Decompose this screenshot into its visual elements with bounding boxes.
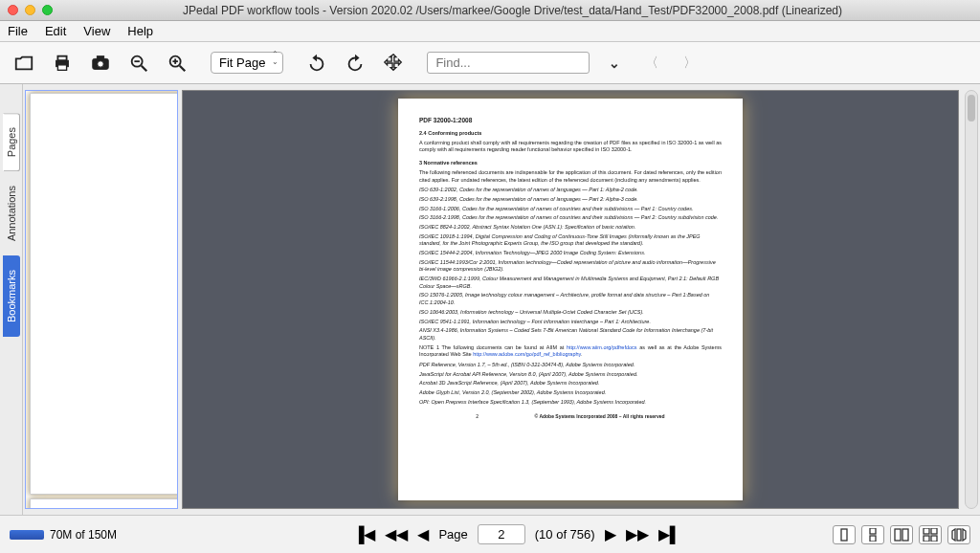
doc-header: PDF 32000-1:2008 — [419, 116, 722, 124]
minimize-window-button[interactable] — [25, 5, 35, 15]
page-number-input[interactable] — [478, 524, 525, 544]
reference-entry: ISO 639-1:2002, Codes for the representa… — [419, 187, 722, 194]
menu-bar: File Edit View Help — [0, 21, 980, 42]
tab-bookmarks[interactable]: Bookmarks — [3, 255, 20, 337]
reference-entry: IEC/3WD 61966-2.1:1999, Colour Measureme… — [419, 276, 722, 290]
svg-point-4 — [98, 60, 103, 66]
reference-entry: ISO/IEC 15444-2:2004, Information Techno… — [419, 250, 722, 257]
reference-entry: ISO/IEC 11544:1993/Cor 2:2001, Informati… — [419, 259, 722, 274]
bookmark-item[interactable]: Document manage — [26, 91, 177, 497]
reference-entry: ISO 639-2:1998, Codes for the representa… — [419, 196, 722, 204]
zoom-in-button[interactable] — [165, 51, 189, 76]
reference-entry: Adobe Glyph List, Version 2.0, (Septembe… — [419, 389, 722, 397]
reference-entry: PDF Reference, Version 1.7, – 5th ed., (… — [419, 362, 722, 369]
svg-line-7 — [142, 65, 147, 71]
find-input[interactable] — [427, 52, 590, 74]
svg-rect-13 — [841, 529, 847, 541]
close-window-button[interactable] — [8, 5, 18, 15]
svg-rect-16 — [895, 529, 901, 541]
reference-entry: ISO 15076-1:2005, Image technology colou… — [419, 292, 722, 306]
reference-entry: ISO/IEC 9541-1:1991, Information technol… — [419, 319, 722, 326]
find-prev-button[interactable]: 〈 — [639, 55, 664, 72]
zoom-window-button[interactable] — [42, 5, 53, 15]
vertical-scrollbar[interactable] — [965, 90, 978, 509]
menu-help[interactable]: Help — [127, 24, 153, 38]
svg-rect-18 — [924, 528, 929, 534]
document-viewer[interactable]: PDF 32000-1:2008 2.4 Conforming products… — [182, 90, 959, 509]
page-footer: 2 © Adobe Systems Incorporated 2008 – Al… — [419, 413, 722, 420]
reference-entry: ANSI X3.4-1986, Information Systems – Co… — [419, 327, 722, 342]
pageflow-view-button[interactable] — [947, 525, 970, 544]
facing-view-button[interactable] — [890, 525, 913, 544]
snapshot-button[interactable] — [88, 51, 113, 76]
svg-rect-5 — [97, 55, 103, 59]
window-title: JPedal PDF workflow tools - Version 2020… — [53, 4, 972, 17]
find-dropdown-icon[interactable]: ⌄ — [603, 55, 626, 71]
tab-pages[interactable]: Pages — [3, 113, 20, 171]
reference-entry: ISO 10646:2003, Information technology –… — [419, 309, 722, 317]
zoom-out-button[interactable] — [126, 51, 151, 76]
next-page-button[interactable]: ▶ — [605, 525, 616, 543]
menu-edit[interactable]: Edit — [45, 24, 66, 38]
memory-text: 70M of 150M — [50, 528, 117, 542]
prev-page-button[interactable]: ◀ — [417, 525, 429, 543]
toolbar: Fit Page ⌄ 〈 〉 — [0, 42, 980, 84]
forward-button[interactable]: ▶▶ — [626, 525, 649, 543]
side-tabs: Pages Annotations Bookmarks — [0, 84, 23, 515]
reference-entry: ISO/IEC 10918-1:1994, Digital Compressio… — [419, 233, 722, 248]
reference-entry: ISO/IEC 8824-1:2002, Abstract Syntax Not… — [419, 224, 722, 232]
view-mode-buttons — [833, 525, 970, 544]
bookmarks-panel: Document manageContents PageForewordIntr… — [25, 90, 178, 509]
svg-rect-21 — [931, 536, 937, 542]
page-icon — [30, 93, 177, 495]
status-bar: 70M of 150M ▐◀ ◀◀ ◀ Page (10 of 756) ▶ ▶… — [0, 515, 980, 553]
memory-bar — [10, 530, 44, 540]
svg-rect-17 — [902, 529, 908, 541]
page-content: PDF 32000-1:2008 2.4 Conforming products… — [398, 99, 743, 500]
reference-entry: JavaScript for Acrobat API Reference, Ve… — [419, 371, 722, 379]
page-navigation: ▐◀ ◀◀ ◀ Page (10 of 756) ▶ ▶▶ ▶▌ — [211, 524, 823, 544]
reference-entry: Acrobat 3D JavaScript Reference, (April … — [419, 380, 722, 387]
pan-button[interactable] — [381, 51, 406, 76]
rewind-button[interactable]: ◀◀ — [385, 525, 408, 543]
section-3-para: The following referenced documents are i… — [419, 169, 722, 184]
tab-annotations[interactable]: Annotations — [3, 171, 20, 255]
svg-line-10 — [180, 65, 186, 71]
svg-rect-1 — [57, 55, 66, 60]
svg-rect-15 — [870, 536, 876, 542]
rotate-right-button[interactable] — [343, 51, 368, 76]
reference-entry: ISO 3166-1:2006, Codes for the represent… — [419, 206, 722, 213]
menu-file[interactable]: File — [8, 24, 28, 38]
print-button[interactable] — [50, 51, 75, 76]
note-1: NOTE 1 The following documents can be fo… — [419, 344, 722, 359]
find-next-button[interactable]: 〉 — [678, 55, 702, 72]
zoom-mode-select[interactable]: Fit Page — [211, 52, 283, 74]
section-2-4-para: A conforming product shall comply with a… — [419, 140, 722, 154]
continuous-view-button[interactable] — [861, 525, 884, 544]
menu-view[interactable]: View — [83, 24, 110, 38]
svg-rect-22 — [957, 529, 961, 541]
first-page-button[interactable]: ▐◀ — [353, 525, 375, 543]
reference-entry: ISO 3166-2:1998, Codes for the represent… — [419, 214, 722, 222]
svg-rect-20 — [924, 536, 929, 542]
single-page-view-button[interactable] — [833, 525, 856, 544]
memory-indicator: 70M of 150M — [10, 528, 201, 542]
section-3: 3 Normative references — [419, 160, 722, 167]
last-page-button[interactable]: ▶▌ — [658, 525, 680, 543]
reference-entry: OPI: Open Prepress Interface Specificati… — [419, 399, 722, 407]
svg-rect-14 — [870, 528, 876, 534]
page-label: Page — [438, 527, 467, 542]
window-titlebar: JPedal PDF workflow tools - Version 2020… — [0, 0, 980, 21]
bookmark-item[interactable]: Contents Page — [26, 497, 177, 509]
rotate-left-button[interactable] — [304, 51, 329, 76]
section-2-4: 2.4 Conforming products — [419, 130, 722, 138]
svg-rect-19 — [931, 528, 937, 534]
page-total: (10 of 756) — [535, 527, 595, 542]
svg-rect-2 — [57, 64, 66, 70]
page-icon — [30, 498, 177, 509]
facing-continuous-view-button[interactable] — [919, 525, 942, 544]
open-file-button[interactable] — [11, 51, 36, 76]
